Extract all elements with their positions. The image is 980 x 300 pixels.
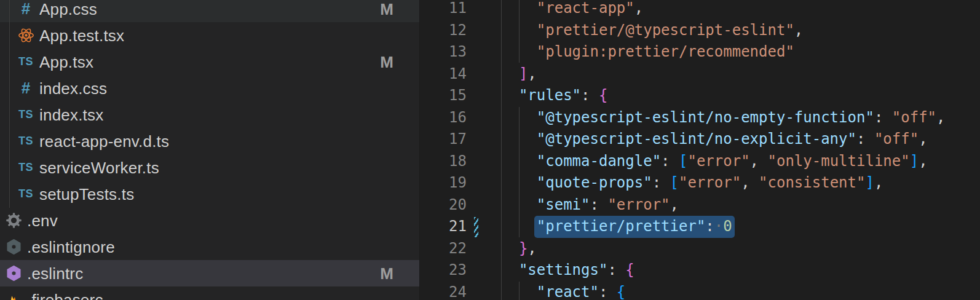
code-line-13[interactable]: 13 "plugin:prettier/recommended" xyxy=(420,41,980,63)
code-line-24[interactable]: 24 "react": { xyxy=(420,282,980,300)
file-row-eslintignore[interactable]: .eslintignore xyxy=(0,234,419,260)
typescript-icon: TS xyxy=(17,159,34,176)
typescript-icon: TS xyxy=(17,53,34,71)
token-bl: [ xyxy=(679,152,687,170)
token-bl: [ xyxy=(670,174,679,191)
line-number[interactable]: 16 xyxy=(420,107,467,129)
token-key: "comma-dangle" xyxy=(537,152,661,170)
token-str: "off" xyxy=(874,130,919,148)
file-list: #App.cssMApp.test.tsxTSApp.tsxM#index.cs… xyxy=(0,0,419,300)
code-line-17[interactable]: 17 "@typescript-eslint/no-explicit-any":… xyxy=(420,128,980,151)
token-whitespace xyxy=(501,174,537,191)
token-str: "react-app" xyxy=(537,0,634,17)
file-row-firebaserc[interactable]: .firebaserc xyxy=(0,286,419,300)
git-modified-badge: M xyxy=(380,264,393,283)
file-row-env[interactable]: .env xyxy=(0,207,419,234)
token-whitespace xyxy=(750,174,759,191)
code-line-23[interactable]: 23 "settings": { xyxy=(420,259,980,282)
code-text: ], xyxy=(501,63,537,85)
line-number[interactable]: 18 xyxy=(420,151,467,173)
token-whitespace xyxy=(617,261,625,278)
file-row-app-css[interactable]: #App.cssM xyxy=(0,0,419,22)
line-number[interactable]: 22 xyxy=(420,238,467,260)
code-text: "quote-props": ["error", "consistent"], xyxy=(501,172,883,194)
line-number[interactable]: 23 xyxy=(420,259,467,282)
file-row-react-app-env-d-ts[interactable]: TSreact-app-env.d.ts xyxy=(0,128,419,154)
token-str: "prettier/@typescript-eslint" xyxy=(537,22,794,39)
token-whitespace xyxy=(670,152,679,170)
file-label: index.css xyxy=(39,79,107,98)
line-number[interactable]: 11 xyxy=(420,0,467,20)
line-number[interactable]: 17 xyxy=(420,128,467,151)
token-pk: } xyxy=(519,240,528,257)
token-str: "error" xyxy=(687,152,749,170)
file-label: serviceWorker.ts xyxy=(39,158,159,177)
file-label: index.tsx xyxy=(39,105,103,124)
line-number[interactable]: 20 xyxy=(420,194,467,216)
code-line-21[interactable]: 21 "prettier/prettier":·0 xyxy=(420,216,980,238)
token-pk: { xyxy=(599,87,607,104)
code-line-16[interactable]: 16 "@typescript-eslint/no-empty-function… xyxy=(420,107,980,129)
line-number[interactable]: 13 xyxy=(420,41,467,63)
code-editor[interactable]: 11 "react-app",12 "prettier/@typescript-… xyxy=(419,0,980,300)
token-whitespace xyxy=(501,109,537,126)
code-line-22[interactable]: 22 }, xyxy=(420,238,980,260)
line-number[interactable]: 12 xyxy=(420,20,467,42)
file-row-app-tsx[interactable]: TSApp.tsxM xyxy=(0,49,419,75)
git-modified-badge: M xyxy=(380,0,393,18)
token-ws: · xyxy=(714,218,723,235)
file-row-index-tsx[interactable]: TSindex.tsx xyxy=(0,101,419,128)
vscode-window: #App.cssMApp.test.tsxTSApp.tsxM#index.cs… xyxy=(0,0,980,300)
token-str: "error" xyxy=(679,174,741,191)
token-whitespace xyxy=(590,87,599,104)
code-line-18[interactable]: 18 "comma-dangle": ["error", "only-multi… xyxy=(420,151,980,173)
line-number[interactable]: 24 xyxy=(420,282,467,300)
token-pun: , xyxy=(741,174,749,191)
line-number[interactable]: 14 xyxy=(420,63,467,85)
token-pun: , xyxy=(634,0,643,17)
token-num: 0 xyxy=(723,218,732,235)
token-pun: , xyxy=(670,196,679,213)
code-lines: 11 "react-app",12 "prettier/@typescript-… xyxy=(420,0,980,300)
token-pun: , xyxy=(528,65,536,82)
file-label: .eslintrc xyxy=(27,264,83,283)
token-bl: { xyxy=(617,283,625,300)
file-label: App.css xyxy=(39,0,97,18)
code-line-20[interactable]: 20 "semi": "error", xyxy=(420,194,980,216)
code-line-14[interactable]: 14 ], xyxy=(420,63,980,85)
css-icon: # xyxy=(17,1,34,18)
token-bl: ] xyxy=(910,152,919,170)
token-key: "semi" xyxy=(537,196,590,213)
gutter-modified-indicator[interactable] xyxy=(474,217,478,237)
file-row-index-css[interactable]: #index.css xyxy=(0,75,419,101)
code-line-15[interactable]: 15 "rules": { xyxy=(420,85,980,107)
token-whitespace xyxy=(501,261,519,278)
line-number[interactable]: 21 xyxy=(420,216,467,238)
file-row-eslintrc[interactable]: .eslintrcM xyxy=(0,260,419,286)
token-whitespace xyxy=(883,109,891,126)
file-label: .env xyxy=(27,211,58,230)
file-label: .eslintignore xyxy=(27,237,115,256)
token-pun: , xyxy=(936,109,945,126)
file-row-app-test-tsx[interactable]: App.test.tsx xyxy=(0,22,419,49)
token-key: "prettier/prettier" xyxy=(537,218,706,235)
line-number[interactable]: 15 xyxy=(420,85,467,107)
git-modified-badge: M xyxy=(380,52,393,71)
react-icon xyxy=(17,27,34,44)
file-row-setuptests-ts[interactable]: TSsetupTests.ts xyxy=(0,181,419,207)
token-whitespace xyxy=(607,283,616,300)
token-key: "rules" xyxy=(519,87,581,104)
token-pun: : xyxy=(652,174,661,191)
file-label: .firebaserc xyxy=(27,290,103,300)
token-whitespace xyxy=(865,130,874,148)
file-row-serviceworker-ts[interactable]: TSserviceWorker.ts xyxy=(0,154,419,181)
token-whitespace xyxy=(501,87,519,104)
code-line-11[interactable]: 11 "react-app", xyxy=(420,0,980,20)
code-text: "@typescript-eslint/no-explicit-any": "o… xyxy=(501,128,928,151)
token-pun: , xyxy=(750,152,759,170)
code-line-12[interactable]: 12 "prettier/@typescript-eslint", xyxy=(420,20,980,42)
code-line-19[interactable]: 19 "quote-props": ["error", "consistent"… xyxy=(420,172,980,194)
line-number[interactable]: 19 xyxy=(420,172,467,194)
token-whitespace xyxy=(501,283,537,300)
file-label: App.tsx xyxy=(39,52,93,71)
